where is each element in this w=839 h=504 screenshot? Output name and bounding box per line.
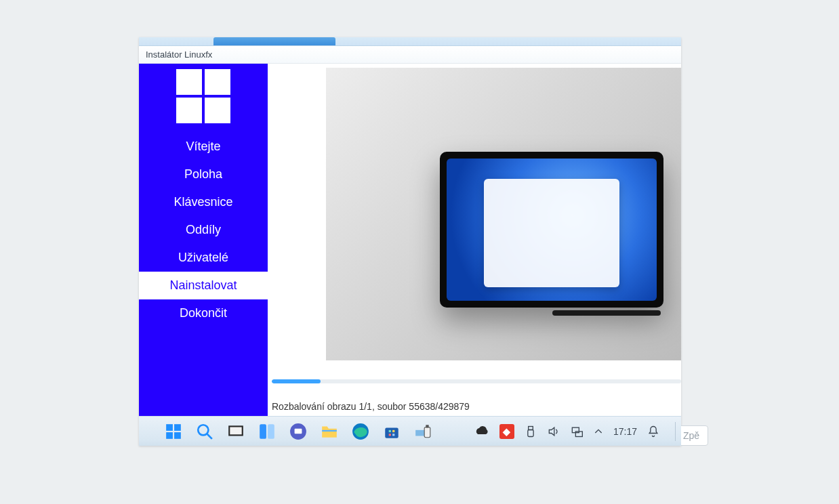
search-icon <box>196 423 213 440</box>
folder-icon <box>321 423 338 440</box>
svg-rect-7 <box>230 427 241 434</box>
network-icon <box>570 423 584 440</box>
step-welcome[interactable]: Vítejte <box>139 133 268 161</box>
svg-rect-18 <box>392 434 394 436</box>
tray-notifications[interactable] <box>647 421 660 442</box>
step-users[interactable]: Uživatelé <box>139 244 268 272</box>
store-button[interactable] <box>382 421 402 442</box>
tray-network[interactable] <box>570 421 584 442</box>
clock[interactable]: 17:17 <box>613 426 637 437</box>
edge-browser-button[interactable] <box>350 421 371 442</box>
content-area: Vítejte Poloha Klávesnice Oddíly Uživate… <box>139 64 681 446</box>
step-keyboard[interactable]: Klávesnice <box>139 188 268 216</box>
svg-rect-8 <box>260 424 266 439</box>
svg-rect-20 <box>424 427 430 437</box>
distro-logo <box>139 64 268 133</box>
svg-rect-12 <box>322 429 337 431</box>
sidebar: Vítejte Poloha Klávesnice Oddíly Uživate… <box>139 64 268 446</box>
svg-rect-17 <box>389 434 391 436</box>
main-panel: Rozbalování obrazu 1/1, soubor 55638/429… <box>268 64 681 446</box>
titlebar: Instalátor Linuxfx <box>139 46 681 64</box>
chat-icon <box>289 423 307 440</box>
usb-drive-icon <box>414 423 432 440</box>
taskbar: ◆ 17:17 <box>139 416 681 446</box>
usb-icon <box>524 423 537 440</box>
cloud-sync-icon <box>474 423 490 440</box>
volume-icon <box>547 423 560 440</box>
start-icon <box>165 423 182 440</box>
step-finish[interactable]: Dokončit <box>139 299 268 327</box>
svg-rect-3 <box>174 432 181 439</box>
edge-icon <box>352 423 369 440</box>
step-partitions[interactable]: Oddíly <box>139 216 268 244</box>
svg-rect-9 <box>268 424 274 439</box>
windows-style-logo-icon <box>176 69 230 123</box>
svg-rect-15 <box>389 429 391 432</box>
system-tray: ◆ 17:17 <box>474 421 676 442</box>
svg-rect-14 <box>385 427 398 438</box>
svg-rect-1 <box>174 424 181 431</box>
svg-rect-2 <box>166 432 173 439</box>
svg-rect-21 <box>426 425 428 427</box>
progress-bar <box>272 379 681 383</box>
tray-volume[interactable] <box>547 421 560 442</box>
task-view-button[interactable] <box>226 421 246 442</box>
tray-usb[interactable] <box>524 421 537 442</box>
tablet-screen <box>447 159 657 301</box>
taskbar-pinned-apps <box>144 421 433 442</box>
file-explorer-button[interactable] <box>319 421 340 442</box>
bell-icon <box>647 423 660 440</box>
back-button-label: Zpě <box>683 430 699 441</box>
stylus <box>552 310 661 316</box>
svg-rect-23 <box>528 429 533 436</box>
task-view-icon <box>227 423 245 440</box>
slideshow-image <box>326 68 681 360</box>
svg-rect-16 <box>392 429 394 432</box>
running-app-installer[interactable] <box>413 421 433 442</box>
chat-button[interactable] <box>288 421 308 442</box>
installer-window: Instalátor Linuxfx Vítejte Poloha Kláves… <box>139 37 681 446</box>
step-location[interactable]: Poloha <box>139 161 268 188</box>
svg-point-4 <box>198 425 208 435</box>
tray-overflow[interactable] <box>593 421 604 442</box>
widgets-icon <box>258 423 276 440</box>
window-tab-strip <box>139 37 681 46</box>
svg-line-5 <box>207 434 212 439</box>
svg-rect-22 <box>529 426 533 429</box>
search-button[interactable] <box>195 421 215 442</box>
tray-cloud[interactable] <box>474 423 490 440</box>
widgets-button[interactable] <box>257 421 277 442</box>
anydesk-icon: ◆ <box>503 426 510 437</box>
chevron-up-icon <box>593 423 604 440</box>
window-title: Instalátor Linuxfx <box>146 49 212 60</box>
tray-anydesk[interactable]: ◆ <box>499 424 514 439</box>
start-button[interactable] <box>163 421 184 442</box>
store-icon <box>383 423 401 440</box>
step-install[interactable]: Nainstalovat <box>139 272 268 299</box>
svg-rect-0 <box>166 424 173 431</box>
progress-fill <box>272 379 321 383</box>
show-desktop-divider[interactable] <box>675 422 676 441</box>
svg-rect-11 <box>295 428 302 434</box>
